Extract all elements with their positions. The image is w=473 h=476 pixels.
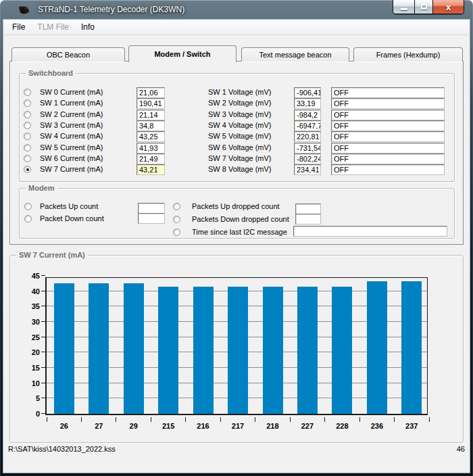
sw2-voltage-field[interactable]: 33,19	[294, 98, 321, 109]
chart-y-tick	[41, 352, 45, 352]
sw4-voltage-label: SW 4 Voltage (mV)	[208, 121, 272, 130]
minimize-button[interactable]	[393, 0, 414, 14]
sw8-voltage-field[interactable]: 234,41	[294, 164, 321, 175]
sw6-voltage-field[interactable]: -731,54	[294, 143, 321, 153]
sw1-voltage-status-field[interactable]: OFF	[331, 87, 445, 98]
chart-bar	[367, 281, 387, 414]
sw5-current-label: SW 5 Current (mA)	[40, 143, 103, 152]
sw7-voltage-label: SW 7 Voltage (mV)	[208, 154, 272, 163]
window-title: STRaND-1 Telemetry Decoder (DK3WN)	[38, 5, 184, 14]
sw3-current-field[interactable]: 34,8	[136, 120, 165, 131]
chart-y-tick	[41, 398, 45, 398]
radio-sw0-current[interactable]	[24, 89, 31, 96]
sw5-voltage-status-field[interactable]: OFF	[331, 131, 445, 142]
sw5-voltage-field[interactable]: 220,81	[294, 131, 321, 142]
chart-plot: 0510152025303540452627292152162172182272…	[45, 277, 428, 415]
radio-sw6-current[interactable]	[24, 155, 31, 162]
chart-bar	[54, 283, 74, 414]
close-button[interactable]: x	[432, 0, 464, 14]
chart-x-tick	[290, 417, 291, 422]
sw3-voltage-field[interactable]: -984,2	[294, 110, 321, 120]
chart-bar	[158, 287, 178, 414]
menu-info[interactable]: Info	[75, 20, 101, 34]
tab-text-message-beacon[interactable]: Text message beacon	[241, 47, 349, 62]
sw6-current-label: SW 6 Current (mA)	[40, 154, 103, 163]
sw4-voltage-status-field[interactable]: OFF	[331, 120, 445, 131]
sw2-voltage-status-field[interactable]: OFF	[331, 98, 445, 109]
chart-bar	[263, 287, 283, 414]
sw0-current-label: SW 0 Current (mA)	[40, 88, 103, 97]
radio-sw7-current[interactable]	[24, 166, 31, 173]
chart-x-tick	[81, 417, 82, 422]
sw6-current-field[interactable]: 21,49	[136, 153, 165, 164]
chart-frame: SW 7 Current (mA) 0510152025303540452627…	[9, 255, 464, 443]
maximize-button[interactable]	[414, 0, 432, 14]
chart-x-tick	[359, 417, 360, 422]
sw1-current-label: SW 1 Current (mA)	[40, 99, 103, 108]
chart-y-label: 15	[18, 364, 40, 372]
radio-packets-up-count[interactable]	[24, 203, 32, 210]
time-since-last-i2c-field[interactable]	[293, 226, 447, 237]
title-bar[interactable]: STRaND-1 Telemetry Decoder (DK3WN) x	[0, 0, 473, 19]
radio-packets-up-dropped-count[interactable]	[173, 203, 180, 210]
status-file-path: R:\SAT\kiss\14032013_2022.kss	[8, 445, 116, 453]
chart-x-label: 236	[359, 422, 395, 430]
radio-sw3-current[interactable]	[24, 122, 31, 129]
radio-time-since-last-i2c[interactable]	[173, 229, 180, 236]
chart-x-tick	[151, 417, 151, 422]
sw4-voltage-field[interactable]: -6947,7	[294, 120, 321, 131]
chart-bar	[228, 287, 248, 414]
sw7-current-field[interactable]: 43,21	[136, 164, 165, 175]
chart-bar	[401, 281, 422, 414]
sw1-voltage-field[interactable]: -906,41	[294, 87, 321, 98]
radio-packet-down-count[interactable]	[24, 215, 32, 222]
caption-buttons: x	[393, 0, 464, 14]
radio-sw2-current[interactable]	[24, 111, 31, 118]
radio-sw1-current[interactable]	[24, 99, 31, 107]
sw7-current-label: SW 7 Current (mA)	[40, 165, 103, 174]
chart-x-tick	[324, 417, 325, 422]
packets-down-dropped-count-field[interactable]	[295, 214, 321, 224]
modem-frame: Modem Packets Up count Packet Down count…	[19, 188, 455, 239]
chart-y-tick	[41, 291, 45, 291]
sw7-voltage-field[interactable]: -802,24	[294, 153, 321, 164]
menu-bar: File TLM File Info	[3, 20, 470, 35]
packets-up-dropped-count-label: Packets Up dropped count	[192, 202, 280, 211]
sw5-current-field[interactable]: 41,93	[136, 143, 165, 153]
menu-file[interactable]: File	[6, 20, 31, 34]
radio-packets-down-dropped-count[interactable]	[173, 216, 180, 223]
radio-sw5-current[interactable]	[24, 144, 31, 151]
packets-up-count-field[interactable]	[138, 203, 165, 214]
chart-x-label: 227	[290, 422, 325, 430]
sw7-voltage-status-field[interactable]: OFF	[331, 153, 445, 164]
sw5-voltage-label: SW 5 Voltage (mV)	[208, 132, 272, 141]
packet-down-count-label: Packet Down count	[40, 214, 104, 223]
sw4-current-field[interactable]: 43,25	[136, 131, 165, 142]
tab-frames-hexdump[interactable]: Frames (Hexdump)	[353, 47, 463, 62]
maximize-icon	[421, 4, 427, 9]
chart-y-label: 25	[18, 333, 40, 341]
tab-obc-beacon[interactable]: OBC Beacon	[11, 47, 125, 62]
status-frame-count: 46	[457, 445, 465, 453]
sw1-current-field[interactable]: 190,41	[136, 98, 165, 109]
chart-x-tick	[185, 417, 186, 422]
packets-up-dropped-count-field[interactable]	[295, 204, 321, 214]
sw8-voltage-status-field[interactable]: OFF	[331, 164, 445, 175]
sw2-current-field[interactable]: 21,14	[136, 110, 165, 120]
chart-y-tick	[41, 321, 45, 322]
radio-sw4-current[interactable]	[24, 133, 31, 140]
tab-strip: OBC Beacon Modem / Switch Text message b…	[11, 45, 463, 62]
tab-modem-switch[interactable]: Modem / Switch	[128, 45, 236, 62]
sw0-current-field[interactable]: 21,06	[136, 87, 165, 98]
chart-x-label: 26	[47, 422, 82, 430]
chart-y-label: 0	[18, 410, 40, 418]
sw3-voltage-status-field[interactable]: OFF	[331, 110, 445, 120]
chart-x-label: 215	[151, 422, 186, 430]
form-area: OBC Beacon Modem / Switch Text message b…	[3, 35, 470, 473]
sw3-voltage-label: SW 3 Voltage (mV)	[208, 110, 272, 119]
packet-down-count-field[interactable]	[138, 213, 165, 224]
chart-y-label: 5	[18, 394, 40, 402]
chart-title: SW 7 Current (mA)	[16, 250, 88, 260]
sw6-voltage-status-field[interactable]: OFF	[331, 143, 445, 153]
sw1-voltage-label: SW 1 Voltage (mV)	[208, 88, 272, 97]
